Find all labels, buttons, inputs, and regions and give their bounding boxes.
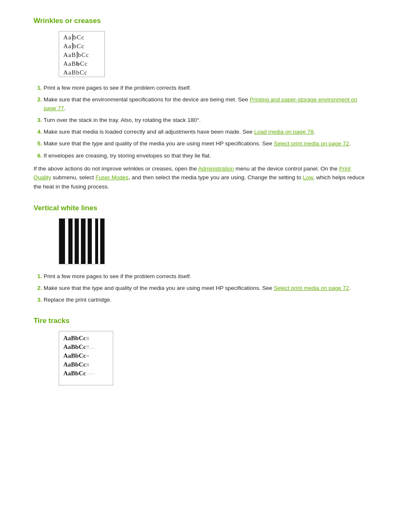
wrinkles-heading: Wrinkles or creases [34,17,366,25]
vline-5 [92,219,95,264]
select-print-media-link-2[interactable]: Select print media on page 72 [274,285,349,291]
vertical-lines-item-3: Replace the print cartridge. [44,296,366,304]
vertical-lines-image [59,218,105,264]
vertical-lines-item-2: Make sure that the type and quality of t… [44,284,366,292]
wrinkle-line-4: AaBbCc [63,60,100,67]
vline-2 [73,219,75,264]
wrinkles-item-5: Make sure that the type and quality of t… [44,139,366,148]
wrinkles-list: Print a few more pages to see if the pro… [44,84,366,160]
tire-tracks-heading: Tire tracks [34,317,366,325]
wrinkles-item-4: Make sure that media is loaded correctly… [44,128,366,136]
vertical-white-lines-section: Vertical white lines Print a few more pa… [34,204,366,305]
tire-tracks-section: Tire tracks AaBbCc |||||||||||||| AaBbCc… [34,317,366,392]
tire-line-2: AaBbCc |||||||————— [63,343,109,351]
wrinkle-line-5: AaBbCc [63,69,100,76]
wrinkles-item-1: Print a few more pages to see if the pro… [44,84,366,92]
select-print-media-link-1[interactable]: Select print media on page 72 [274,140,349,147]
vline-4 [86,219,88,264]
wrinkles-image: AabCc AabCc AaBbCc AaBbCc AaBbCc [59,31,105,77]
wrinkle-line-3: AaBbCc [63,52,100,59]
vertical-lines-list: Print a few more pages to see if the pro… [44,272,366,305]
vertical-white-lines-heading: Vertical white lines [34,204,366,212]
administration-link[interactable]: Administration [198,165,234,172]
wrinkle-line-1: AabCc [63,34,100,41]
low-link[interactable]: Low [303,174,313,181]
vline-6 [98,219,100,264]
wrinkles-item-6: If envelopes are creasing, try storing e… [44,152,366,160]
wrinkle-line-2: AabCc [63,43,100,50]
vline-3 [79,219,81,264]
load-media-link[interactable]: Load media on page 78 [254,129,314,135]
vline-1 [65,219,68,264]
vertical-lines-item-1: Print a few more pages to see if the pro… [44,272,366,281]
tire-tracks-image: AaBbCc |||||||||||||| AaBbCc |||||||————… [59,331,113,385]
tire-line-5: AaBbCc ————— [63,370,109,377]
wrinkles-para: If the above actions do not improve wrin… [34,164,366,191]
tire-line-1: AaBbCc |||||||||||||| [63,335,109,342]
tire-line-3: AaBbCc ||||||| [63,352,109,359]
fuser-modes-link[interactable]: Fuser Modes [96,174,129,181]
wrinkles-item-3: Turn over the stack in the tray. Also, t… [44,116,366,124]
wrinkles-section: Wrinkles or creases AabCc AabCc AaBbCc A… [34,17,366,191]
wrinkles-item-2: Make sure that the environmental specifi… [44,96,366,113]
tire-line-4: AaBbCc |||||||||||||| [63,361,109,368]
